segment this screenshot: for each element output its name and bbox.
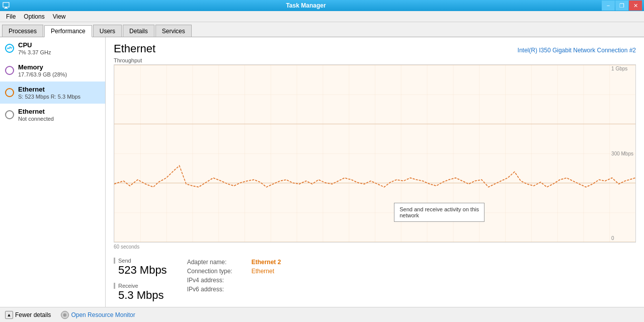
ethernet2-info: Ethernet Not connected (18, 108, 100, 122)
resource-monitor-icon: ⊗ (61, 311, 69, 319)
memory-sub: 17.7/63.9 GB (28%) (18, 71, 100, 77)
panel-title: Ethernet (114, 42, 155, 55)
sidebar-item-ethernet1[interactable]: Ethernet S: 523 Mbps R: 5.3 Mbps (0, 82, 105, 104)
chart-x-labels: 60 seconds (114, 243, 636, 251)
open-resource-monitor-link[interactable]: ⊗ Open Resource Monitor (61, 311, 135, 319)
ethernet1-title: Ethernet (18, 86, 100, 93)
connection-type-row: Connection type: Ethernet (187, 268, 281, 275)
menu-file[interactable]: File (2, 12, 20, 21)
cpu-title: CPU (18, 41, 100, 49)
sidebar: CPU 7% 3.37 GHz Memory 17.7/63.9 GB (28%… (0, 37, 106, 307)
menu-view[interactable]: View (49, 12, 70, 21)
stat-col: Send 523 Mbps Receive 5.3 Mbps (114, 258, 167, 302)
chevron-up-icon: ▲ (5, 311, 13, 319)
x-axis-left: 60 seconds (114, 244, 139, 250)
menu-options[interactable]: Options (20, 12, 48, 21)
svg-rect-0 (3, 3, 9, 7)
ethernet1-icon (5, 88, 14, 97)
sidebar-item-memory[interactable]: Memory 17.7/63.9 GB (28%) (0, 59, 105, 82)
cpu-info: CPU 7% 3.37 GHz (18, 41, 100, 55)
tab-users[interactable]: Users (93, 25, 122, 37)
adapter-name-label: Adapter name: (187, 259, 248, 266)
cpu-sub: 7% 3.37 GHz (18, 49, 100, 55)
receive-label: Receive (114, 283, 167, 289)
close-button[interactable]: ✕ (629, 1, 642, 11)
send-label: Send (114, 258, 167, 264)
svg-rect-1 (5, 7, 7, 8)
panel-subtitle: Intel(R) I350 Gigabit Network Connection… (518, 47, 636, 54)
menu-bar: File Options View (0, 11, 644, 22)
connection-type-label: Connection type: (187, 268, 248, 275)
tab-performance[interactable]: Performance (44, 25, 92, 37)
ipv6-row: IPv6 address: (187, 286, 281, 293)
panel-header: Ethernet Intel(R) I350 Gigabit Network C… (114, 42, 636, 55)
window-controls: − ❐ ✕ (602, 1, 642, 11)
svg-rect-2 (4, 8, 8, 9)
send-stat: Send 523 Mbps (114, 258, 167, 277)
title-bar: Task Manager − ❐ ✕ (0, 0, 644, 11)
right-panel: Ethernet Intel(R) I350 Gigabit Network C… (106, 37, 644, 307)
bottom-bar: ▲ Fewer details ⊗ Open Resource Monitor (0, 307, 644, 322)
tab-bar: Processes Performance Users Details Serv… (0, 22, 644, 37)
receive-value: 5.3 Mbps (114, 289, 167, 302)
tab-details[interactable]: Details (123, 25, 154, 37)
ethernet2-icon (5, 110, 14, 119)
fewer-details-button[interactable]: ▲ Fewer details (5, 311, 51, 319)
chart-container: 1 Gbps 300 Mbps 0 (114, 64, 636, 243)
chart-label: Throughput (114, 57, 636, 63)
info-col: Adapter name: Ethernet 2 Connection type… (187, 259, 281, 302)
minimize-button[interactable]: − (602, 1, 615, 11)
ipv4-label: IPv4 address: (187, 277, 248, 284)
svg-rect-4 (114, 65, 635, 242)
ipv6-label: IPv6 address: (187, 286, 248, 293)
ethernet2-title: Ethernet (18, 108, 100, 115)
ethernet1-info: Ethernet S: 523 Mbps R: 5.3 Mbps (18, 86, 100, 100)
sidebar-item-cpu[interactable]: CPU 7% 3.37 GHz (0, 37, 105, 59)
ethernet1-sub: S: 523 Mbps R: 5.3 Mbps (18, 94, 100, 100)
receive-stat: Receive 5.3 Mbps (114, 283, 167, 302)
adapter-name-row: Adapter name: Ethernet 2 (187, 259, 281, 266)
memory-title: Memory (18, 63, 100, 71)
throughput-chart (114, 65, 635, 242)
connection-type-value: Ethernet (252, 268, 274, 275)
fewer-details-label: Fewer details (15, 311, 51, 318)
window-title: Task Manager (10, 2, 602, 9)
tab-services[interactable]: Services (155, 25, 192, 37)
send-value: 523 Mbps (114, 264, 167, 277)
memory-info: Memory 17.7/63.9 GB (28%) (18, 63, 100, 77)
main-content: CPU 7% 3.37 GHz Memory 17.7/63.9 GB (28%… (0, 37, 644, 307)
cpu-icon (5, 44, 14, 53)
app-icon (2, 2, 10, 10)
memory-icon (5, 66, 14, 75)
adapter-name-value: Ethernet 2 (252, 259, 281, 266)
ipv4-row: IPv4 address: (187, 277, 281, 284)
tab-processes[interactable]: Processes (2, 25, 43, 37)
open-resource-monitor-label: Open Resource Monitor (71, 311, 135, 318)
restore-button[interactable]: ❐ (615, 1, 628, 11)
sidebar-item-ethernet2[interactable]: Ethernet Not connected (0, 104, 105, 126)
ethernet2-sub: Not connected (18, 116, 100, 122)
stats-section: Send 523 Mbps Receive 5.3 Mbps Adapter n… (114, 255, 636, 302)
